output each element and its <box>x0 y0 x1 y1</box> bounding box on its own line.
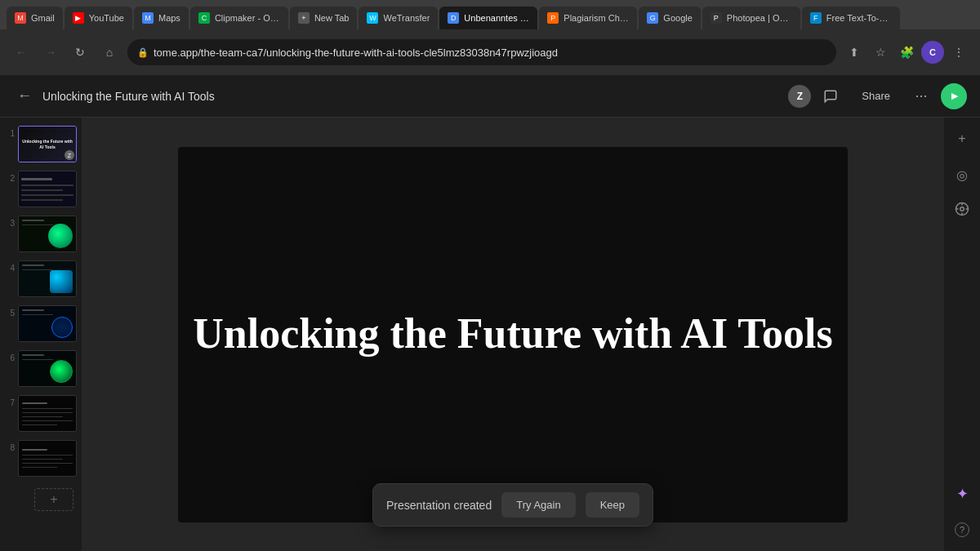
slide-thumb[interactable] <box>18 440 77 477</box>
tab-google-label: Google <box>663 13 692 23</box>
target-button[interactable]: ◎ <box>951 163 973 186</box>
tab-freetts-label: Free Text-To-Spe... <box>826 13 892 23</box>
tab-maps[interactable]: M Maps <box>134 7 189 29</box>
slide-number: 5 <box>5 309 15 318</box>
app-header: ← Unlocking the Future with AI Tools Z S… <box>0 75 980 118</box>
toolbar-bottom: ✦ ? <box>951 482 973 541</box>
tab-youtube-label: YouTube <box>89 13 124 23</box>
canvas-area: Unlocking the Future with AI Tools Prese… <box>82 118 944 551</box>
tab-youtube[interactable]: ▶ YouTube <box>65 7 132 29</box>
slide-item[interactable]: 1 Unlocking the Future with AI Tools Z <box>3 124 78 164</box>
tab-bar: M Gmail ▶ YouTube M Maps C Clipmaker - O… <box>0 0 980 29</box>
slide-number: 8 <box>5 443 15 452</box>
url-text: tome.app/the-team-ca7/unlocking-the-futu… <box>154 47 826 59</box>
back-nav-button[interactable]: ← <box>10 41 33 64</box>
slide-number: 1 <box>5 129 15 138</box>
header-actions: Z Share ··· ▶ <box>788 83 967 109</box>
bookmark-button[interactable]: ☆ <box>869 41 892 64</box>
chat-button[interactable] <box>819 85 842 108</box>
slide-thumb[interactable]: Unlocking the Future with AI Tools Z <box>18 126 77 162</box>
play-icon: ▶ <box>951 91 958 101</box>
tab-freetts[interactable]: F Free Text-To-Spe... <box>802 7 900 29</box>
tab-gmail-label: Gmail <box>31 13 55 23</box>
svg-point-1 <box>960 207 964 211</box>
try-again-button[interactable]: Try Again <box>501 492 575 518</box>
tab-google[interactable]: G Google <box>639 7 700 29</box>
magic-button[interactable]: ✦ <box>951 482 973 505</box>
tab-active[interactable]: D Unbenanntes Dok... <box>439 7 537 29</box>
notification-text: Presentation created <box>386 499 492 512</box>
share-button[interactable]: Share <box>850 85 902 107</box>
slide-thumb[interactable] <box>18 395 77 432</box>
tab-plagiarism-label: Plagiarism Checke... <box>564 13 629 23</box>
toolbar-top: + ◎ <box>951 127 973 222</box>
more-button[interactable]: ··· <box>910 85 933 108</box>
notification-bar: Presentation created Try Again Keep <box>372 483 653 527</box>
slide-item[interactable]: 4 <box>3 259 78 299</box>
slide-thumb[interactable] <box>18 216 77 252</box>
slide-number: 7 <box>5 398 15 407</box>
add-icon: + <box>958 131 965 146</box>
slide-item[interactable]: 7 <box>3 393 78 433</box>
home-button[interactable]: ⌂ <box>98 41 121 64</box>
tab-gmail[interactable]: M Gmail <box>7 7 63 29</box>
share-page-button[interactable]: ⬆ <box>843 41 866 64</box>
slide-number: 3 <box>5 219 15 228</box>
tab-clipmaker-label: Clipmaker - Onlin... <box>215 13 280 23</box>
palette-button[interactable] <box>951 199 973 222</box>
extensions-button[interactable]: 🧩 <box>895 41 918 64</box>
forward-nav-button[interactable]: → <box>39 41 62 64</box>
avatar[interactable]: Z <box>788 85 811 108</box>
slide-number: 2 <box>5 174 15 183</box>
page-title: Unlocking the Future with AI Tools <box>42 90 788 103</box>
palette-icon <box>955 202 969 220</box>
add-element-button[interactable]: + <box>951 127 973 150</box>
target-icon: ◎ <box>956 167 968 183</box>
slide-thumb[interactable] <box>18 305 77 342</box>
browser-chrome: M Gmail ▶ YouTube M Maps C Clipmaker - O… <box>0 0 980 75</box>
slide-number: 4 <box>5 264 15 273</box>
slide-item[interactable]: 5 <box>3 304 78 344</box>
tab-wetransfer-label: WeTransfer <box>383 13 430 23</box>
slide-item[interactable]: 2 <box>3 169 78 209</box>
reload-button[interactable]: ↻ <box>69 41 91 64</box>
tab-photopea[interactable]: P Photopea | Online... <box>702 7 800 29</box>
slide-thumb[interactable] <box>18 171 77 207</box>
slide-number: 6 <box>5 353 15 362</box>
add-slide-icon: + <box>50 492 57 507</box>
back-button[interactable]: ← <box>13 85 36 108</box>
address-bar[interactable]: 🔒 tome.app/the-team-ca7/unlocking-the-fu… <box>127 39 836 65</box>
slide-item[interactable]: 8 <box>3 438 78 478</box>
slides-panel: 1 Unlocking the Future with AI Tools Z 2 <box>0 118 82 551</box>
tab-photopea-label: Photopea | Online... <box>727 13 792 23</box>
profile-button[interactable]: C <box>921 41 944 64</box>
nav-bar: ← → ↻ ⌂ 🔒 tome.app/the-team-ca7/unlockin… <box>0 29 980 75</box>
add-slide-button[interactable]: + <box>34 488 74 511</box>
main-content: 1 Unlocking the Future with AI Tools Z 2 <box>0 118 980 551</box>
more-options-button[interactable]: ⋮ <box>947 41 970 64</box>
tab-plagiarism[interactable]: P Plagiarism Checke... <box>539 7 637 29</box>
slide-item[interactable]: 3 <box>3 214 78 254</box>
tab-clipmaker[interactable]: C Clipmaker - Onlin... <box>190 7 288 29</box>
tab-newtab-label: New Tab <box>314 13 350 23</box>
play-button[interactable]: ▶ <box>941 83 967 109</box>
keep-button[interactable]: Keep <box>586 492 639 518</box>
tab-wetransfer[interactable]: W WeTransfer <box>359 7 438 29</box>
slide-main-title: Unlocking the Future with AI Tools <box>193 309 833 359</box>
magic-icon: ✦ <box>956 485 969 503</box>
help-button[interactable]: ? <box>951 518 973 541</box>
right-toolbar: + ◎ ✦ <box>944 118 980 551</box>
tab-active-label: Unbenanntes Dok... <box>464 13 529 23</box>
tab-maps-label: Maps <box>158 13 180 23</box>
help-icon: ? <box>955 522 969 537</box>
slide-thumb[interactable] <box>18 260 77 297</box>
tab-newtab[interactable]: + New Tab <box>290 7 358 29</box>
ssl-lock-icon: 🔒 <box>137 47 149 58</box>
slide-user-avatar: Z <box>65 150 74 160</box>
app-layout: ← Unlocking the Future with AI Tools Z S… <box>0 75 980 551</box>
slide-canvas: Unlocking the Future with AI Tools <box>178 147 848 522</box>
add-slide-item[interactable]: + <box>3 483 78 516</box>
slide-thumb[interactable] <box>18 350 77 387</box>
slide-item[interactable]: 6 <box>3 349 78 389</box>
